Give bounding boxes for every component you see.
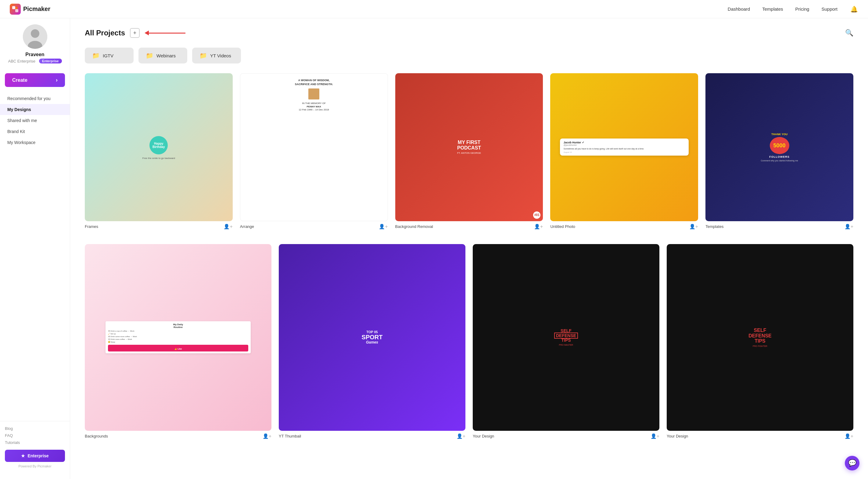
arrow-annotation xyxy=(145,31,185,35)
sidebar-item-shared[interactable]: Shared with me xyxy=(0,115,70,126)
design-card-your-design-1[interactable]: SELFDEFENSETIPS PRO MASTER Your Design 👤… xyxy=(473,244,659,442)
footer-links: Blog FAQ Tutorials xyxy=(5,426,65,445)
design-card-yt-thumb[interactable]: TOP 05 SPORT Games YT Thumbail 👤+ xyxy=(279,244,465,442)
design-label-your-design-1: Your Design xyxy=(473,434,494,439)
search-icon[interactable]: 🔍 xyxy=(845,29,854,37)
footer-tutorials[interactable]: Tutorials xyxy=(5,440,65,445)
design-footer-templates: Templates 👤+ xyxy=(706,221,854,232)
enterprise-badge: Enterprise xyxy=(39,59,62,63)
svg-point-4 xyxy=(31,29,39,38)
design-card-bgremoval[interactable]: MY FIRSTPODCAST FT. ANTON GEORGE #01 Bac… xyxy=(395,73,543,232)
share-icon[interactable]: 👤+ xyxy=(223,223,232,230)
design-thumb-untitled: Jacob Hunter ✓ @jacobhunter Sometimes al… xyxy=(550,73,698,221)
footer-faq[interactable]: FAQ xyxy=(5,433,65,438)
design-thumb-selfdefense2: SELFDEFENSETIPS PRO FIGHTER xyxy=(667,244,854,431)
folder-webinars[interactable]: 📁 Webinars xyxy=(138,48,187,63)
design-footer-arrange: Arrange 👤+ xyxy=(240,221,388,232)
sidebar: Praveen ABC Enterprise Enterprise Create… xyxy=(0,18,70,479)
design-card-untitled[interactable]: Jacob Hunter ✓ @jacobhunter Sometimes al… xyxy=(550,73,698,232)
design-footer-yt: YT Thumbail 👤+ xyxy=(279,431,465,442)
folder-igtv[interactable]: 📁 IGTV xyxy=(85,48,133,63)
design-footer-frames: Frames 👤+ xyxy=(85,221,233,232)
design-card-your-design-2[interactable]: SELFDEFENSETIPS PRO FIGHTER Your Design … xyxy=(667,244,854,442)
logo[interactable]: Picmaker xyxy=(10,4,50,14)
folder-icon: 📁 xyxy=(199,52,207,59)
design-card-templates[interactable]: THANK YOU 5000 FOLLOWERS Comment why you… xyxy=(706,73,854,232)
design-card-arrange[interactable]: A WOMAN OF WISDOM,SACRIFICE AND STRENGTH… xyxy=(240,73,388,232)
sidebar-item-my-workspace[interactable]: My Workspace xyxy=(0,137,70,148)
design-footer-bgremoval: Background Removal 👤+ xyxy=(395,221,543,232)
sidebar-item-brand-kit[interactable]: Brand Kit xyxy=(0,126,70,137)
header: Picmaker Dashboard Templates Pricing Sup… xyxy=(0,0,868,18)
folder-icon: 📁 xyxy=(92,52,100,59)
sidebar-item-my-designs[interactable]: My Designs xyxy=(0,104,70,115)
folder-igtv-label: IGTV xyxy=(103,53,114,58)
enterprise-button[interactable]: ★ Enterprise xyxy=(5,450,65,462)
logo-icon xyxy=(10,4,21,14)
share-icon[interactable]: 👤+ xyxy=(534,223,543,230)
svg-rect-1 xyxy=(15,9,18,12)
share-icon[interactable]: 👤+ xyxy=(844,433,854,439)
design-label-arrange: Arrange xyxy=(240,224,254,229)
create-button[interactable]: Create › xyxy=(5,73,65,87)
add-project-button[interactable]: + xyxy=(130,28,140,38)
notification-bell-icon[interactable]: 🔔 xyxy=(850,5,858,13)
nav-dashboard[interactable]: Dashboard xyxy=(728,6,750,11)
header-nav: Dashboard Templates Pricing Support 🔔 xyxy=(728,5,858,13)
design-card-frames[interactable]: HappyBirthday Free the smile to go backw… xyxy=(85,73,233,232)
chat-icon: 💬 xyxy=(848,459,857,467)
design-thumb-yt: TOP 05 SPORT Games xyxy=(279,244,465,431)
user-company: ABC Enterprise xyxy=(8,59,35,63)
design-label-your-design-2: Your Design xyxy=(667,434,688,439)
design-thumb-bgremoval: MY FIRSTPODCAST FT. ANTON GEORGE #01 xyxy=(395,73,543,221)
sidebar-footer: Blog FAQ Tutorials ★ Enterprise Powered … xyxy=(0,421,70,473)
share-icon[interactable]: 👤+ xyxy=(379,223,388,230)
design-thumb-templates: THANK YOU 5000 FOLLOWERS Comment why you… xyxy=(706,73,854,221)
arrow-head-icon xyxy=(145,31,149,35)
share-icon[interactable]: 👤+ xyxy=(844,223,854,230)
designs-grid-row1: HappyBirthday Free the smile to go backw… xyxy=(85,73,854,232)
main-content: All Projects + 🔍 📁 IGTV 📁 Webinars 📁 YT … xyxy=(70,18,868,479)
design-thumb-selfdefense1: SELFDEFENSETIPS PRO MASTER xyxy=(473,244,659,431)
design-footer-backgrounds: Backgrounds 👤+ xyxy=(85,431,272,442)
arrow-line xyxy=(149,33,185,34)
sidebar-item-recommended[interactable]: Recommended for you xyxy=(0,93,70,104)
powered-by-text: Powered By Picmaker xyxy=(5,465,65,468)
nav-pricing[interactable]: Pricing xyxy=(796,6,809,11)
folder-yt-videos[interactable]: 📁 YT Videos xyxy=(192,48,241,63)
design-card-backgrounds[interactable]: My DailyRoutine ☕ Drink a cup of coffee … xyxy=(85,244,272,442)
nav-templates[interactable]: Templates xyxy=(762,6,783,11)
share-icon[interactable]: 👤+ xyxy=(651,433,659,439)
logo-text: Picmaker xyxy=(23,5,50,12)
user-info-row: ABC Enterprise Enterprise xyxy=(8,59,62,63)
share-icon[interactable]: 👤+ xyxy=(457,433,465,439)
footer-blog[interactable]: Blog xyxy=(5,426,65,431)
design-label-templates: Templates xyxy=(706,224,723,229)
nav-support[interactable]: Support xyxy=(822,6,837,11)
svg-rect-0 xyxy=(12,6,15,9)
share-icon[interactable]: 👤+ xyxy=(262,433,272,439)
user-name: Praveen xyxy=(25,52,44,57)
folder-yt-label: YT Videos xyxy=(210,53,231,58)
designs-grid-row2: My DailyRoutine ☕ Drink a cup of coffee … xyxy=(85,244,854,442)
create-arrow-icon: › xyxy=(56,77,58,83)
all-projects-title: All Projects xyxy=(85,29,125,37)
star-icon: ★ xyxy=(21,453,25,458)
design-label-frames: Frames xyxy=(85,224,98,229)
design-thumb-backgrounds: My DailyRoutine ☕ Drink a cup of coffee … xyxy=(85,244,272,431)
design-label-bgremoval: Background Removal xyxy=(395,224,433,229)
sidebar-nav: Recommended for you My Designs Shared wi… xyxy=(0,93,70,421)
chat-bubble-button[interactable]: 💬 xyxy=(845,456,860,471)
design-footer-untitled: Untitled Photo 👤+ xyxy=(550,221,698,232)
sidebar-profile: Praveen ABC Enterprise Enterprise xyxy=(0,24,70,69)
design-label-backgrounds: Backgrounds xyxy=(85,434,108,439)
app-body: Praveen ABC Enterprise Enterprise Create… xyxy=(0,18,868,479)
avatar xyxy=(23,24,47,49)
folders-row: 📁 IGTV 📁 Webinars 📁 YT Videos xyxy=(85,48,854,63)
design-thumb-frames: HappyBirthday Free the smile to go backw… xyxy=(85,73,233,221)
projects-header: All Projects + 🔍 xyxy=(85,28,854,38)
svg-point-2 xyxy=(15,7,18,9)
design-label-untitled: Untitled Photo xyxy=(550,224,575,229)
folder-webinars-label: Webinars xyxy=(156,53,176,58)
share-icon[interactable]: 👤+ xyxy=(689,223,698,230)
